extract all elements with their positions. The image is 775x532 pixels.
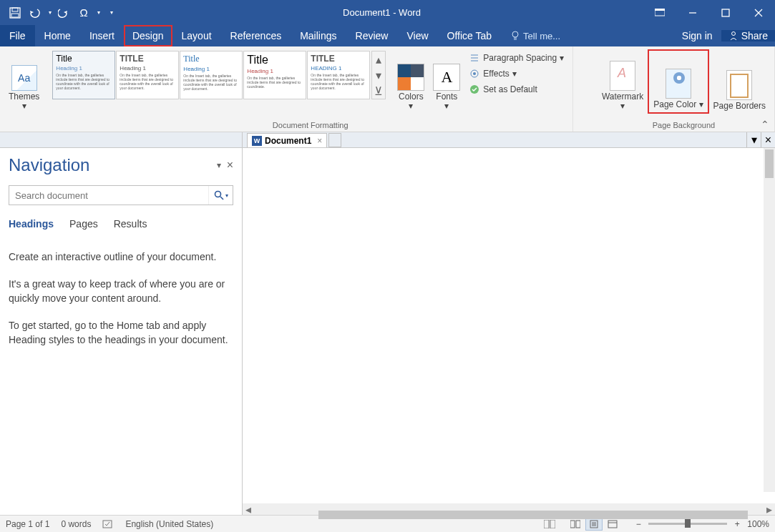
- ribbon-display-options-icon[interactable]: [643, 0, 676, 25]
- tab-layout[interactable]: Layout: [172, 25, 221, 46]
- nav-tab-results[interactable]: Results: [114, 218, 147, 231]
- view-buttons: [567, 518, 621, 531]
- tab-mailings[interactable]: Mailings: [291, 25, 346, 46]
- gallery-expand-icon[interactable]: ⊻: [372, 83, 385, 99]
- tab-insert[interactable]: Insert: [80, 25, 124, 46]
- watermark-button[interactable]: Watermark▾: [598, 49, 648, 114]
- search-button[interactable]: ▾: [208, 186, 233, 205]
- symbol-dropdown-icon[interactable]: ▾: [97, 9, 100, 16]
- formatting-options: Paragraph Spacing ▾ Effects ▾ Set as Def…: [464, 49, 568, 98]
- qat-customize-icon[interactable]: ▾: [110, 9, 113, 16]
- effects-icon: [469, 68, 480, 79]
- page-borders-label: Page Borders: [713, 102, 766, 111]
- format-style-item[interactable]: Title Heading 1 On the Insert tab, the g…: [180, 51, 243, 99]
- themes-button[interactable]: Aa Themes▾: [4, 49, 44, 114]
- print-layout-button[interactable]: [585, 518, 603, 531]
- tab-references[interactable]: References: [221, 25, 291, 46]
- svg-rect-6: [722, 9, 729, 16]
- tab-home[interactable]: Home: [35, 25, 80, 46]
- redo-icon[interactable]: [56, 5, 72, 21]
- colors-icon: [397, 64, 424, 91]
- navigation-pane: Navigation ▾ × ▾ Headings Pages Results …: [0, 148, 243, 515]
- scroll-left-icon[interactable]: ◂: [243, 503, 254, 516]
- watermark-label: Watermark: [602, 92, 643, 102]
- read-mode-button[interactable]: [567, 518, 584, 531]
- page-count[interactable]: Page 1 of 1: [6, 519, 49, 529]
- page-borders-icon: [726, 70, 752, 100]
- collapse-ribbon-icon[interactable]: ⌃: [761, 119, 769, 130]
- zoom-level[interactable]: 100%: [747, 519, 769, 529]
- search-input[interactable]: [9, 186, 208, 205]
- format-style-item[interactable]: TITLE Heading 1 On the Insert tab, the g…: [116, 51, 179, 99]
- paragraph-spacing-button[interactable]: Paragraph Spacing ▾: [467, 51, 565, 65]
- search-document-box: ▾: [9, 185, 233, 205]
- navigation-tabs: Headings Pages Results: [9, 218, 233, 231]
- close-tab-icon[interactable]: ×: [317, 136, 322, 146]
- set-default-label: Set as Default: [483, 84, 537, 94]
- effects-label: Effects: [483, 69, 509, 79]
- fonts-button[interactable]: A Fonts▾: [429, 49, 464, 114]
- document-area: ◂ ▸: [243, 148, 775, 515]
- gallery-down-icon[interactable]: ▾: [372, 67, 385, 83]
- sign-in-link[interactable]: Sign in: [673, 30, 721, 41]
- format-style-item[interactable]: Title Heading 1 On the Insert tab, the g…: [52, 51, 115, 99]
- tab-design[interactable]: Design: [124, 25, 172, 46]
- document-page[interactable]: [243, 148, 775, 503]
- zoom-out-button[interactable]: −: [633, 519, 644, 529]
- close-button[interactable]: [742, 0, 775, 25]
- pane-options-icon[interactable]: ▾: [217, 160, 221, 170]
- zoom-slider-thumb[interactable]: [685, 519, 691, 528]
- format-style-item[interactable]: Title Heading 1 On the Insert tab, the g…: [243, 51, 306, 99]
- close-pane-icon[interactable]: ×: [227, 159, 233, 172]
- title-bar: ▾ Ω ▾ ▾ Document1 - Word: [0, 0, 775, 25]
- nav-tab-pages[interactable]: Pages: [69, 218, 98, 231]
- scroll-right-icon[interactable]: ▸: [764, 503, 775, 516]
- themes-icon: Aa: [11, 65, 37, 91]
- zoom-in-button[interactable]: +: [731, 519, 743, 529]
- share-button[interactable]: Share: [721, 30, 775, 41]
- tell-me-search[interactable]: Tell me...: [501, 25, 570, 46]
- document-formatting-gallery[interactable]: Title Heading 1 On the Insert tab, the g…: [52, 49, 386, 99]
- gallery-more: ▴ ▾ ⊻: [371, 51, 386, 99]
- vertical-scrollbar[interactable]: [764, 148, 775, 492]
- undo-dropdown-icon[interactable]: ▾: [49, 9, 52, 16]
- nav-tab-headings[interactable]: Headings: [9, 218, 54, 231]
- save-icon[interactable]: [7, 5, 23, 21]
- new-tab-button[interactable]: [328, 133, 341, 147]
- document-tab[interactable]: W Document1 ×: [247, 133, 327, 147]
- maximize-button[interactable]: [709, 0, 742, 25]
- tab-review[interactable]: Review: [346, 25, 398, 46]
- svg-rect-25: [576, 521, 580, 528]
- horizontal-scroll-thumb[interactable]: [318, 511, 748, 519]
- undo-icon[interactable]: [27, 5, 43, 21]
- search-dropdown-icon[interactable]: ▾: [225, 192, 228, 199]
- zoom-control: − + 100%: [633, 519, 769, 529]
- reading-view-shortcut-icon[interactable]: [544, 520, 555, 528]
- minimize-button[interactable]: [676, 0, 709, 25]
- page-borders-button[interactable]: Page Borders: [709, 49, 770, 114]
- tell-me-label: Tell me...: [523, 31, 560, 41]
- zoom-slider[interactable]: [648, 523, 727, 525]
- word-count[interactable]: 0 words: [61, 519, 91, 529]
- tab-view[interactable]: View: [397, 25, 437, 46]
- web-layout-button[interactable]: [604, 518, 621, 531]
- page-color-button[interactable]: Page Color ▾: [648, 49, 708, 114]
- paragraph-spacing-label: Paragraph Spacing: [483, 53, 557, 63]
- tab-menu-icon[interactable]: ▾: [746, 132, 761, 147]
- tab-file[interactable]: File: [0, 25, 35, 46]
- effects-button[interactable]: Effects ▾: [467, 66, 565, 81]
- proofing-icon[interactable]: [102, 519, 114, 529]
- tab-close-all-icon[interactable]: ×: [761, 132, 775, 147]
- language-status[interactable]: English (United States): [125, 519, 213, 529]
- format-style-item[interactable]: TITLE HEADING 1 On the Insert tab, the g…: [307, 51, 370, 99]
- horizontal-scrollbar[interactable]: ◂ ▸: [243, 503, 775, 515]
- gallery-up-icon[interactable]: ▴: [372, 51, 385, 67]
- symbol-icon[interactable]: Ω: [76, 5, 92, 21]
- vertical-scroll-thumb[interactable]: [765, 149, 774, 178]
- svg-line-20: [220, 197, 223, 200]
- colors-button[interactable]: Colors▾: [393, 49, 429, 114]
- tab-office-tab[interactable]: Office Tab: [438, 25, 502, 46]
- quick-access-toolbar: ▾ Ω ▾ ▾: [0, 5, 120, 21]
- set-as-default-button[interactable]: Set as Default: [467, 82, 565, 97]
- nav-help-p2: It's a great way to keep track of where …: [9, 277, 233, 305]
